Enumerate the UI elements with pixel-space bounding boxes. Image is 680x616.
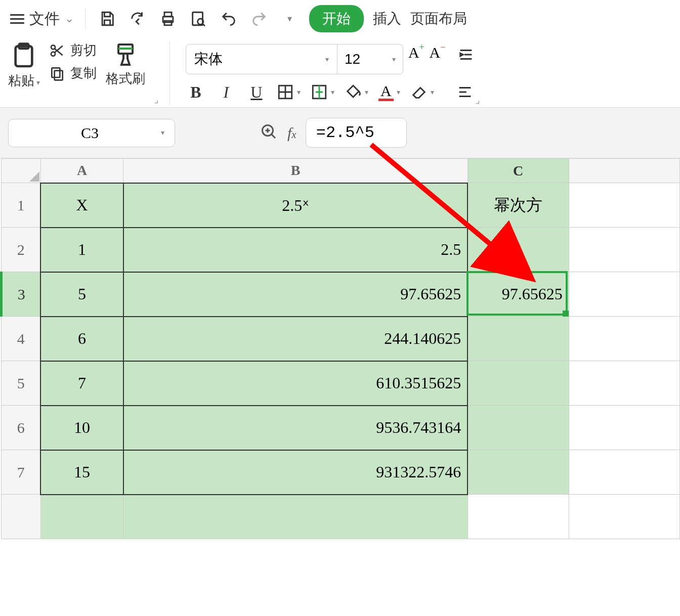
indent-button[interactable] xyxy=(455,44,477,65)
cell-b4[interactable]: 244.140625 xyxy=(123,317,468,361)
separator xyxy=(169,41,170,105)
cell-c7[interactable] xyxy=(468,450,569,495)
cell-a8[interactable] xyxy=(40,495,123,539)
row-header[interactable]: 1 xyxy=(2,183,41,228)
font-name-select[interactable]: 宋体 ▾ xyxy=(186,44,337,74)
cell-c3[interactable]: 97.65625 xyxy=(468,272,569,317)
copy-button[interactable]: 复制 xyxy=(49,64,97,82)
cell-a4[interactable]: 6 xyxy=(40,317,123,361)
zoom-icon[interactable] xyxy=(260,123,278,143)
merge-icon xyxy=(311,83,328,101)
cell-c8[interactable] xyxy=(468,495,569,539)
cell-d4[interactable] xyxy=(569,317,679,361)
select-all-corner[interactable] xyxy=(2,159,41,183)
share-button[interactable] xyxy=(127,8,148,29)
format-painter-label: 格式刷 xyxy=(106,70,145,87)
tab-insert[interactable]: 插入 xyxy=(373,9,401,28)
cell-b6[interactable]: 9536.743164 xyxy=(123,406,468,450)
eraser-icon xyxy=(410,83,428,101)
undo-button[interactable] xyxy=(218,8,239,29)
row-header[interactable]: 7 xyxy=(2,450,41,495)
fill-color-button[interactable]: ▾ xyxy=(345,83,368,101)
eraser-button[interactable]: ▾ xyxy=(410,83,434,101)
cell-a2[interactable]: 1 xyxy=(40,228,123,272)
file-menu-label: 文件 xyxy=(29,9,60,29)
cell-b7[interactable]: 931322.5746 xyxy=(123,450,468,495)
cell-d7[interactable] xyxy=(569,450,679,495)
cell-a6[interactable]: 10 xyxy=(40,406,123,450)
cell-a7[interactable]: 15 xyxy=(40,450,123,495)
underline-button[interactable]: U xyxy=(246,83,267,102)
formula-input[interactable]: =2.5^5 xyxy=(306,118,407,148)
fx-icon[interactable]: fx xyxy=(287,124,296,142)
cell-d2[interactable] xyxy=(569,228,679,272)
col-header-d[interactable] xyxy=(569,159,679,183)
cell-c4[interactable] xyxy=(468,317,569,361)
cell-c2[interactable] xyxy=(468,228,569,272)
cell-d3[interactable] xyxy=(569,272,679,317)
cut-button[interactable]: 剪切 xyxy=(49,41,97,59)
borders-button[interactable]: ▾ xyxy=(277,83,301,101)
cell-a1[interactable]: X xyxy=(40,183,123,228)
table-row xyxy=(2,495,680,539)
bold-button[interactable]: B xyxy=(186,83,206,102)
row-header[interactable]: 2 xyxy=(2,228,41,272)
merge-button[interactable]: ▾ xyxy=(311,83,334,101)
cell-a5[interactable]: 7 xyxy=(40,361,123,406)
redo-button[interactable] xyxy=(248,8,270,29)
borders-icon xyxy=(277,83,294,101)
chevron-down-icon: ▾ xyxy=(325,55,329,63)
formula-bar: C3 ▾ fx =2.5^5 xyxy=(0,107,680,158)
row-header[interactable]: 4 xyxy=(2,317,41,361)
qat-more-button[interactable]: ▾ xyxy=(279,8,300,29)
table-row: 3 5 97.65625 97.65625 xyxy=(2,272,680,317)
tab-layout[interactable]: 页面布局 xyxy=(410,9,467,28)
table-row: 6 10 9536.743164 xyxy=(2,406,680,450)
row-header[interactable] xyxy=(2,495,41,539)
row-header[interactable]: 3 xyxy=(2,272,41,317)
paste-button[interactable]: 粘贴 ▾ xyxy=(8,41,40,105)
chevron-down-icon: ⌄ xyxy=(65,12,74,25)
cell-c1[interactable]: 幂次方 xyxy=(468,183,569,228)
scissors-icon xyxy=(49,42,65,59)
tab-start-label: 开始 xyxy=(322,11,351,26)
cell-b8[interactable] xyxy=(123,495,468,539)
italic-button[interactable]: I xyxy=(216,83,236,102)
decrease-font-button[interactable]: A− xyxy=(430,44,441,74)
increase-font-button[interactable]: A+ xyxy=(408,44,419,74)
cut-label: 剪切 xyxy=(70,41,97,59)
svg-rect-9 xyxy=(52,68,60,77)
font-size-select[interactable]: 12 ▾ xyxy=(337,44,403,74)
cell-c6[interactable] xyxy=(468,406,569,450)
name-box[interactable]: C3 ▾ xyxy=(8,119,175,147)
cell-b1[interactable]: 2.5ˣ xyxy=(123,183,468,228)
col-header-c[interactable]: C xyxy=(468,159,569,183)
name-box-value: C3 xyxy=(19,124,161,142)
cell-d8[interactable] xyxy=(569,495,679,539)
font-size-value: 12 xyxy=(345,51,360,67)
cell-b3[interactable]: 97.65625 xyxy=(123,272,468,317)
align-left-button[interactable] xyxy=(454,81,476,103)
col-header-b[interactable]: B xyxy=(123,159,468,183)
cell-d6[interactable] xyxy=(569,406,679,450)
clipboard-launcher[interactable]: ⌟ xyxy=(154,94,158,105)
cell-d5[interactable] xyxy=(569,361,679,406)
font-launcher[interactable]: ⌟ xyxy=(476,95,480,106)
row-header[interactable]: 5 xyxy=(2,361,41,406)
cell-a3[interactable]: 5 xyxy=(40,272,123,317)
print-button[interactable] xyxy=(157,8,179,29)
print-preview-button[interactable] xyxy=(188,8,209,29)
font-color-button[interactable]: A ▾ xyxy=(378,83,400,101)
cell-d1[interactable] xyxy=(569,183,679,228)
file-menu[interactable]: 文件 ⌄ xyxy=(10,9,74,29)
paste-icon xyxy=(10,41,38,70)
row-header[interactable]: 6 xyxy=(2,406,41,450)
cell-b2[interactable]: 2.5 xyxy=(123,228,468,272)
save-button[interactable] xyxy=(97,8,118,29)
cell-c5[interactable] xyxy=(468,361,569,406)
col-header-a[interactable]: A xyxy=(40,159,123,183)
table-row: 2 1 2.5 xyxy=(2,228,680,272)
format-painter-button[interactable]: 格式刷 xyxy=(106,41,145,105)
tab-start[interactable]: 开始 xyxy=(309,5,364,32)
cell-b5[interactable]: 610.3515625 xyxy=(123,361,468,406)
